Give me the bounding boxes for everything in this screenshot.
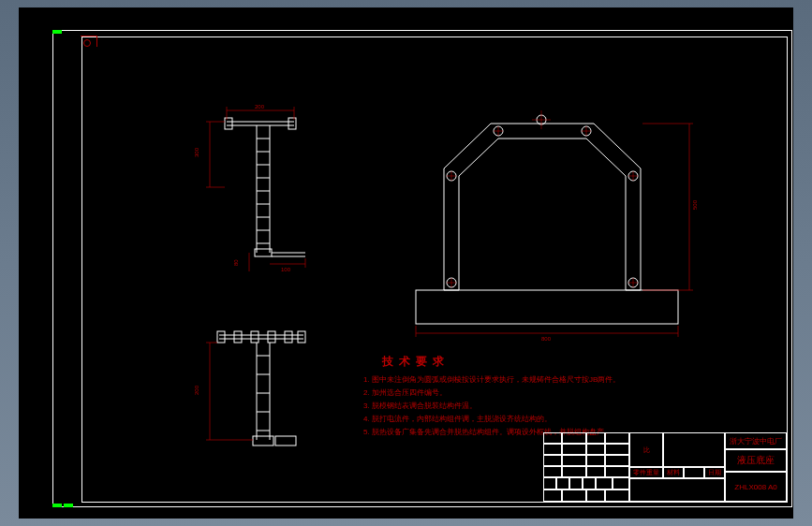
tb-mat-lbl: 材料 [663,467,684,478]
tb-org: 浙大宁波中电厂 [725,432,787,449]
svg-rect-33 [285,331,292,343]
tb-scale: 比 [629,432,663,467]
dim-v1-bh: 80 [233,259,239,266]
req-item-2: 2. 加州选合压四件编号。 [363,387,447,398]
svg-rect-43 [275,436,296,446]
title-block: 比 零件重量 材料 日期 浙大宁波中电厂 液压底座 ZHLX008 A0 [543,432,787,502]
dim-v3-bottom: 800 [541,336,552,342]
corner-symbol [81,36,97,47]
tb-wt-lbl: 零件重量 [629,467,663,478]
req-item-1: 1. 图中未注倒角为圆弧或倒棱按设计要求执行，未规铸件合格尺寸按JB两件。 [363,374,620,385]
svg-rect-2 [225,118,232,129]
dim-v2-left: 200 [194,385,199,395]
svg-rect-29 [217,331,225,343]
req-item-4: 4. 脱打电流件，内部结构组件调，主脱浇设齐统结构的。 [363,414,552,424]
svg-rect-3 [288,118,296,129]
frame-marker-tl [52,30,62,34]
svg-rect-32 [268,331,275,343]
dim-v3-right: 500 [692,199,698,210]
svg-rect-31 [251,331,258,343]
dim-v1-bw: 100 [281,267,291,272]
cad-canvas[interactable]: 200 300 100 80 [19,7,793,519]
drawing-frame-outer: 200 300 100 80 [52,30,792,507]
dim-v1-left: 300 [194,147,199,157]
svg-rect-15 [255,249,272,256]
dim-v1-top: 200 [255,104,265,110]
svg-rect-30 [234,331,242,343]
svg-rect-68 [416,290,678,324]
tb-part: 液压底座 [725,449,787,472]
frame-marker-bl2 [64,504,73,507]
tb-no: ZHLX008 A0 [725,472,787,502]
svg-rect-42 [253,436,273,446]
drawing-frame-inner: 200 300 100 80 [81,37,788,503]
requirements-title: 技术要求 [382,354,450,370]
svg-rect-34 [298,331,305,343]
frame-marker-bl [52,504,62,507]
req-item-3: 3. 脱模钢结表调合脱装结构件温。 [363,401,477,411]
